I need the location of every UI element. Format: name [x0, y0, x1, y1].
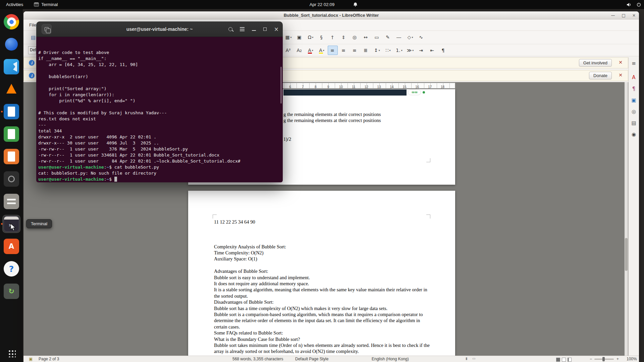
dock-item-chrome[interactable] [2, 13, 20, 31]
insert-table-icon[interactable]: ▦▾ [283, 33, 293, 42]
close-button[interactable]: × [632, 13, 636, 18]
show-applications-button[interactable] [8, 349, 16, 357]
align-right-icon[interactable]: ≡ [350, 46, 360, 55]
multi-page-view-icon[interactable] [562, 358, 566, 362]
document-paragraph [214, 225, 431, 231]
insert-cross-reference-icon[interactable]: ↔ [361, 33, 371, 42]
dock-item-software-updater[interactable]: ↻ [2, 282, 20, 300]
properties-deck-icon[interactable]: A [630, 73, 638, 81]
new-tab-button[interactable] [42, 24, 52, 34]
superscript-icon[interactable]: A² [283, 46, 293, 55]
minimize-button[interactable] [252, 30, 256, 31]
insert-hyperlink-icon[interactable]: § [317, 33, 327, 42]
terminal-line: cat: bubbleSort.py: No such file or dire… [38, 170, 280, 176]
insert-footnote-icon[interactable]: † [328, 33, 338, 42]
dock-item-libreoffice-writer[interactable] [2, 103, 20, 121]
dock-item-vscode[interactable] [2, 58, 20, 76]
unordered-list-icon[interactable]: ∷▾ [383, 46, 393, 55]
text-language[interactable]: English (Hong Kong) [372, 357, 409, 361]
zoom-slider[interactable] [594, 359, 614, 360]
paragraph-style-box[interactable]: Def [28, 46, 36, 54]
menu-icon[interactable] [240, 29, 245, 29]
dock-item-files[interactable] [2, 192, 20, 210]
formatting-marks-icon[interactable]: ¶ [438, 46, 448, 55]
get-involved-button[interactable]: Get involved [579, 59, 612, 67]
track-changes-icon[interactable]: ✎ [383, 33, 393, 42]
page-count[interactable]: Page 2 of 3 [39, 357, 59, 361]
dock-item-media-app[interactable] [2, 170, 20, 188]
writer-titlebar[interactable]: Bubble_Sort_tutorial.docx - LibreOffice … [23, 11, 639, 19]
dock-item-vlc[interactable] [2, 80, 20, 98]
insert-special-character-icon[interactable]: Ω▾ [306, 33, 316, 42]
document-page-2[interactable]: 11 12 22 25 34 64 90Complexity Analysis … [188, 191, 455, 356]
character-highlight-icon[interactable]: A▾ [317, 46, 327, 55]
power-icon[interactable] [636, 2, 641, 7]
terminal-line: for i in range(len(arr)): [38, 92, 280, 98]
zoom-in-button[interactable]: + [616, 357, 619, 361]
insert-comment-icon[interactable]: ▭ [372, 33, 382, 42]
writer-statusbar: ▣ Page 2 of 3 568 words, 3,355 character… [23, 356, 639, 362]
maximize-button[interactable] [263, 27, 267, 31]
maximize-button[interactable]: □ [622, 13, 626, 18]
zoom-level[interactable]: 100% [627, 357, 637, 361]
insert-bookmark-icon[interactable]: ◎ [350, 33, 360, 42]
single-page-view-icon[interactable] [556, 358, 560, 362]
gallery-deck-icon[interactable]: ▣ [630, 96, 638, 104]
decrease-indent-icon[interactable]: ⇤ [427, 46, 437, 55]
terminal-headerbar[interactable]: user@user-virtual-machine: ~ × [36, 21, 283, 37]
focused-app-indicator[interactable]: Terminal [29, 2, 62, 7]
terminal-output[interactable]: # Driver code to test aboveif __name__ =… [36, 37, 283, 182]
sidebar-settings-icon[interactable]: ≡ [630, 59, 638, 67]
justified-icon[interactable]: ≣ [361, 46, 371, 55]
terminal-line: drwxr-x--- 30 user user 4096 Jul 3 2025 … [38, 140, 280, 146]
activities-button[interactable]: Activities [0, 0, 29, 9]
volume-icon[interactable] [626, 2, 632, 7]
document-paragraph: Complexity Analysis of Bubble Sort: [214, 244, 431, 250]
close-infobar-icon[interactable]: ✕ [619, 60, 623, 65]
align-left-icon[interactable]: ≡ [328, 46, 338, 55]
scrollbar-thumb[interactable] [625, 238, 628, 271]
dock-item-blue-app[interactable] [2, 35, 20, 53]
clock-button[interactable]: Apr 22 02:09 [310, 0, 334, 9]
dock-item-help[interactable]: ? [2, 260, 20, 278]
navigator-deck-icon[interactable]: ◎ [630, 108, 638, 116]
insert-endnote-icon[interactable]: ‡ [339, 33, 349, 42]
minimize-button[interactable]: — [611, 13, 615, 18]
style-inspector-deck-icon[interactable]: ◉ [630, 130, 638, 138]
zoom-out-button[interactable]: − [590, 357, 592, 361]
subscript-icon[interactable]: A₂ [294, 46, 305, 55]
terminal-scrollbar-thumb[interactable] [280, 67, 282, 104]
curves-icon[interactable]: ∿ [416, 33, 426, 42]
close-button[interactable]: × [274, 26, 279, 32]
terminal-line: -rw-r--r-- 1 user user 334681 Apr 22 02:… [38, 152, 280, 158]
ruler-number: 11 [347, 85, 360, 89]
zoom-slider-thumb[interactable] [602, 357, 605, 361]
dock-item-libreoffice-calc[interactable] [2, 125, 20, 143]
document-paragraph: It does not require any additional memor… [214, 281, 431, 287]
selection-mode-icon[interactable]: ▭ [472, 357, 475, 360]
save-status-icon[interactable]: ▣ [29, 357, 33, 361]
line-spacing-icon[interactable]: ↕▾ [372, 46, 382, 55]
basic-shapes-icon[interactable]: ◇▾ [405, 33, 415, 42]
outline-list-icon[interactable]: ≫▾ [405, 46, 415, 55]
align-center-icon[interactable]: ≡ [339, 46, 349, 55]
font-color-icon[interactable]: A▾ [306, 46, 316, 55]
search-icon[interactable] [228, 27, 232, 31]
book-view-icon[interactable] [568, 358, 572, 362]
insert-line-icon[interactable]: ― [394, 33, 404, 42]
document-paragraph: Bubble sort is a comparison-based sortin… [214, 311, 431, 330]
page-deck-icon[interactable]: ▤ [630, 119, 638, 127]
donate-button[interactable]: Donate [589, 72, 612, 79]
ordered-list-icon[interactable]: 1.▾ [394, 46, 404, 55]
close-infobar-icon[interactable]: ✕ [619, 72, 623, 78]
vertical-scrollbar[interactable] [625, 82, 628, 356]
dock-item-ubuntu-software[interactable]: A [2, 237, 20, 255]
increase-indent-icon[interactable]: ⇥ [416, 46, 426, 55]
desktop: Bubble_Sort_tutorial.docx - LibreOffice … [0, 0, 644, 362]
page-style[interactable]: Default Page Style [295, 357, 328, 361]
word-count[interactable]: 568 words, 3,355 characters [232, 357, 283, 361]
insert-mode-icon[interactable]: ▮ [466, 357, 468, 360]
insert-image-icon[interactable]: ▣ [294, 33, 305, 42]
styles-deck-icon[interactable]: ¶ [630, 85, 638, 93]
dock-item-libreoffice-impress[interactable] [2, 147, 20, 166]
